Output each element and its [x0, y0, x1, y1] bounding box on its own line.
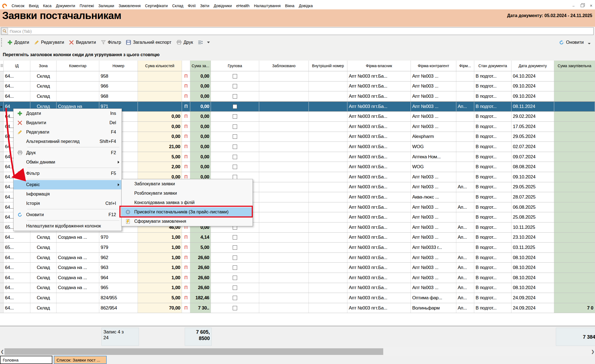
grupova-checkbox[interactable]: [233, 94, 237, 99]
toolbar-edit-button[interactable]: Редагувати: [32, 39, 67, 46]
column-header-owner[interactable]: Фірма-власник: [347, 61, 411, 71]
refresh-button[interactable]: Оновити: [556, 39, 586, 46]
table-row[interactable]: 64...СкладСоздана на ...9631,00П26,60Апт…: [0, 263, 595, 273]
refresh-chevron-down-icon[interactable]: [588, 43, 591, 44]
submenu-item-0[interactable]: Заблокувати заявки: [122, 179, 253, 189]
column-header-state[interactable]: Стан документа: [474, 61, 511, 71]
context-menu-item-1[interactable]: ВидалитиDel: [14, 118, 122, 127]
menu-item-0[interactable]: Список: [9, 4, 27, 8]
grupova-checkbox[interactable]: [233, 256, 237, 260]
table-row[interactable]: 64...Склад968П0,00Апт №003 пгт.Ба...Апт …: [0, 91, 595, 102]
grupova-checkbox[interactable]: [233, 296, 237, 300]
column-header-qty[interactable]: Сума кількостей: [138, 61, 182, 71]
grupova-checkbox[interactable]: [233, 134, 237, 139]
scroll-left-icon[interactable]: ❮: [0, 347, 4, 356]
column-header-nomer[interactable]: Номер: [99, 61, 138, 71]
context-menu-item-12[interactable]: ІсторіяCtrl+I: [14, 199, 122, 208]
table-row[interactable]: 64...СкладСоздана на ...9701,00П4,14Апт …: [0, 233, 595, 243]
table-row[interactable]: 64...СкладСоздана на ...9651,00П26,60Апт…: [0, 283, 595, 293]
scroll-right-icon[interactable]: ❯: [591, 347, 595, 356]
table-row[interactable]: 64...СкладСоздана на ...9621,00П26,60Апт…: [0, 253, 595, 263]
grupova-checkbox[interactable]: [233, 104, 237, 109]
column-header-comment[interactable]: Коментар: [57, 61, 99, 71]
context-menu-item-5[interactable]: ДрукF2: [14, 148, 122, 157]
grupova-checkbox[interactable]: [233, 114, 237, 119]
scrollbar-thumb[interactable]: [4, 348, 383, 355]
cell-contr: Апт №003 ...: [412, 235, 438, 240]
column-header-gutter[interactable]: [0, 61, 4, 71]
context-menu-item-16[interactable]: Налаштувати відображення колонок: [14, 221, 122, 231]
toolbar-delete-button[interactable]: Видалити: [66, 39, 98, 46]
table-row[interactable]: 64...СкладСоздана на ...9641,00П26,60Апт…: [0, 273, 595, 283]
close-icon[interactable]: ×: [589, 3, 593, 8]
menu-item-9[interactable]: Філії: [186, 4, 198, 8]
submenu-item-4[interactable]: Сформувати замовлення: [122, 217, 253, 226]
table-row[interactable]: 64...Склад862/95470,00П7 30..Апт №003 пг…: [0, 303, 595, 313]
toolbar-grip[interactable]: [1, 38, 3, 47]
toolbar-filter-button[interactable]: Фільтр: [98, 39, 124, 46]
context-menu-item-8[interactable]: ФільтрF5: [14, 169, 122, 178]
menu-item-14[interactable]: Вікна: [283, 4, 297, 8]
restore-icon[interactable]: [580, 4, 585, 8]
menu-item-12[interactable]: eHealth: [234, 4, 252, 8]
menu-item-13[interactable]: Налаштування: [252, 4, 283, 8]
horizontal-scrollbar[interactable]: ❮ ❯: [0, 347, 595, 356]
column-header-zablok[interactable]: Заблоковано: [259, 61, 309, 71]
table-row[interactable]: 65...Склад9791,00П5,00Апт №003 пгт.Ба...…: [0, 243, 595, 253]
column-header-grupova[interactable]: Групова: [211, 61, 259, 71]
context-menu-item-14[interactable]: ОновитиF12: [14, 210, 122, 219]
context-menu-item-0[interactable]: ДодатиIns: [14, 109, 122, 118]
context-menu-item-10[interactable]: Сервіс: [14, 180, 122, 189]
column-header-vnutr[interactable]: Внутрішній номер: [309, 61, 347, 71]
grupova-checkbox[interactable]: [233, 265, 237, 270]
grupova-checkbox[interactable]: [233, 74, 237, 78]
toolbar-view-options-button[interactable]: [195, 39, 205, 46]
context-menu-item-6[interactable]: Обмін даними: [14, 157, 122, 167]
chevron-down-icon[interactable]: [207, 42, 210, 43]
bottom-tab-1[interactable]: Список: Заявки пост ...: [54, 356, 107, 364]
grupova-checkbox[interactable]: [233, 235, 237, 240]
grupova-checkbox[interactable]: [233, 124, 237, 129]
grupova-checkbox[interactable]: [233, 145, 237, 149]
context-menu-item-2[interactable]: РедагуватиF4: [14, 127, 122, 137]
column-header-firm3[interactable]: Фірм...: [456, 61, 474, 71]
toolbar-print-button[interactable]: Друк: [174, 39, 196, 46]
bottom-tab-0[interactable]: Головна: [0, 356, 52, 364]
column-header-sum[interactable]: Сума за...: [190, 61, 211, 71]
menu-item-3[interactable]: Документи: [54, 4, 77, 8]
search-input[interactable]: Поиск (Tab): [1, 27, 594, 35]
toolbar-export-button[interactable]: Загальний експорт: [124, 39, 174, 46]
minimize-icon[interactable]: –: [571, 4, 576, 8]
table-row[interactable]: 64...Склад958П0,00Апт №003 пгт.Ба...Апт …: [0, 71, 595, 82]
menu-item-8[interactable]: Склад: [170, 4, 186, 8]
column-header-contr[interactable]: Фірма-контрагент: [411, 61, 456, 71]
submenu-item-1[interactable]: Розблокувати заявки: [122, 189, 253, 198]
column-header-p[interactable]: [182, 61, 190, 71]
table-row[interactable]: 64...Склад824/9555,00П182,46Апт №003 пгт…: [0, 293, 595, 303]
menu-item-15[interactable]: Довідка: [297, 4, 315, 8]
menu-item-5[interactable]: Залишки: [96, 4, 116, 8]
menu-item-6[interactable]: Замовлення: [116, 4, 143, 8]
grupova-checkbox[interactable]: [233, 245, 237, 250]
column-header-zakup[interactable]: Сума закупівельна: [554, 61, 595, 71]
column-header-date[interactable]: Дата документу: [511, 61, 554, 71]
menu-item-11[interactable]: Довідники: [211, 4, 234, 8]
table-row[interactable]: 64...Склад966П0,00Апт №003 пгт.Ба...Апт …: [0, 82, 595, 92]
grupova-checkbox[interactable]: [233, 84, 237, 88]
grupova-checkbox[interactable]: [233, 306, 237, 310]
grupova-checkbox[interactable]: [233, 155, 237, 159]
grupova-checkbox[interactable]: [233, 175, 237, 179]
menu-item-7[interactable]: Сертифікати: [143, 4, 170, 8]
menu-item-1[interactable]: Вихід: [27, 4, 41, 8]
grupova-checkbox[interactable]: [233, 276, 237, 280]
menu-item-2[interactable]: Каса: [41, 4, 54, 8]
grupova-checkbox[interactable]: [233, 286, 237, 290]
menu-item-10[interactable]: Звіти: [198, 4, 211, 8]
menu-item-4[interactable]: Платежі: [77, 4, 96, 8]
column-header-zona[interactable]: Зона: [30, 61, 57, 71]
context-menu-item-3[interactable]: Альтернативний переглядShift+F4: [14, 137, 122, 146]
grupova-checkbox[interactable]: [233, 165, 237, 169]
column-header-id[interactable]: ІД: [4, 61, 30, 71]
toolbar-add-button[interactable]: Додати: [5, 39, 32, 46]
context-menu-item-11[interactable]: Інформація: [14, 189, 122, 199]
